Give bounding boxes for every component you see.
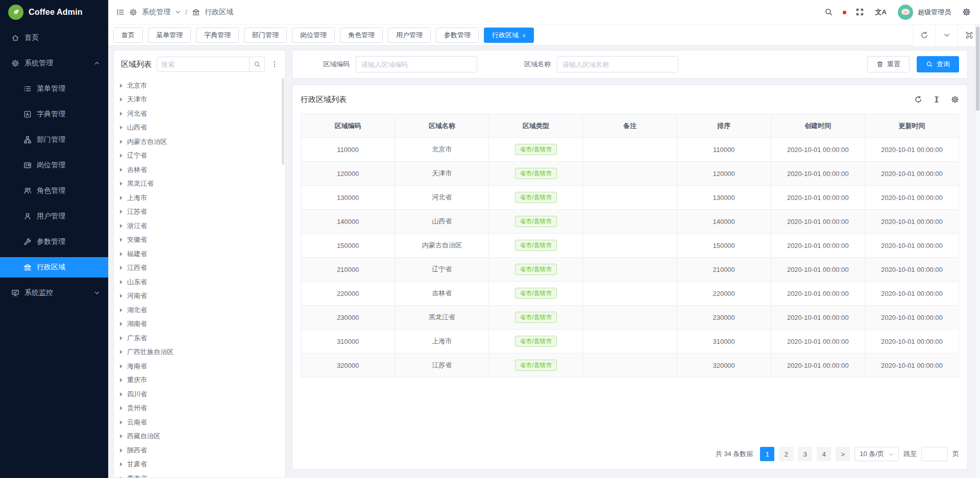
caret-right-icon[interactable] bbox=[120, 350, 122, 354]
region-name-input[interactable] bbox=[557, 56, 678, 72]
tree-item[interactable]: 内蒙古自治区 bbox=[120, 135, 285, 149]
refresh-icon[interactable] bbox=[913, 24, 935, 46]
caret-right-icon[interactable] bbox=[120, 196, 122, 200]
tab-home[interactable]: 首页 bbox=[113, 28, 143, 43]
table-row[interactable]: 140000 山西省 省市/直辖市 140000 2020-10-01 00:0… bbox=[301, 210, 959, 234]
tree-item[interactable]: 云南省 bbox=[120, 415, 285, 430]
caret-right-icon[interactable] bbox=[120, 406, 122, 410]
caret-right-icon[interactable] bbox=[120, 336, 122, 340]
caret-right-icon[interactable] bbox=[120, 182, 122, 186]
table-row[interactable]: 150000 内蒙古自治区 省市/直辖市 150000 2020-10-01 0… bbox=[301, 234, 959, 258]
tree-item[interactable]: 重庆市 bbox=[120, 373, 285, 388]
caret-right-icon[interactable] bbox=[120, 294, 122, 298]
table-row[interactable]: 230000 黑龙江省 省市/直辖市 230000 2020-10-01 00:… bbox=[301, 306, 959, 330]
tree-scrollbar-thumb[interactable] bbox=[282, 78, 284, 165]
caret-right-icon[interactable] bbox=[120, 112, 122, 116]
tab-menu-mgmt[interactable]: 菜单管理 bbox=[148, 28, 191, 43]
table-row[interactable]: 320000 江苏省 省市/直辖市 320000 2020-10-01 00:0… bbox=[301, 354, 959, 378]
caret-right-icon[interactable] bbox=[120, 280, 122, 284]
caret-right-icon[interactable] bbox=[120, 462, 122, 466]
tree-item[interactable]: 北京市 bbox=[120, 79, 285, 93]
tree-item[interactable]: 河北省 bbox=[120, 107, 285, 121]
tree-item[interactable]: 陕西省 bbox=[120, 443, 285, 458]
tree-item[interactable]: 福建省 bbox=[120, 247, 285, 261]
page-button-3[interactable]: 3 bbox=[798, 447, 812, 461]
sidebar-group-monitor[interactable]: 系统监控 bbox=[0, 283, 108, 303]
tree-item[interactable]: 广西壮族自治区 bbox=[120, 345, 285, 360]
caret-right-icon[interactable] bbox=[120, 308, 122, 312]
table-row[interactable]: 310000 上海市 省市/直辖市 310000 2020-10-01 00:0… bbox=[301, 330, 959, 354]
column-settings-gear-icon[interactable] bbox=[951, 95, 959, 104]
tree-item[interactable]: 湖北省 bbox=[120, 303, 285, 317]
tree-search-input[interactable] bbox=[157, 57, 249, 71]
user-menu[interactable]: 超级管理员 bbox=[898, 5, 951, 20]
sidebar-item-region[interactable]: 行政区域 bbox=[0, 257, 108, 278]
tree-item[interactable]: 西藏自治区 bbox=[120, 430, 285, 444]
caret-right-icon[interactable] bbox=[120, 378, 122, 382]
tree-item[interactable]: 天津市 bbox=[120, 93, 285, 107]
fullscreen-icon[interactable] bbox=[855, 8, 864, 16]
chevron-down-icon[interactable] bbox=[935, 24, 958, 46]
page-button-2[interactable]: 2 bbox=[779, 447, 793, 461]
tree-item[interactable]: 辽宁省 bbox=[120, 149, 285, 163]
search-button[interactable]: 查询 bbox=[917, 56, 959, 72]
sidebar-item-role-mgmt[interactable]: 角色管理 bbox=[0, 181, 108, 201]
table-row[interactable]: 130000 河北省 省市/直辖市 130000 2020-10-01 00:0… bbox=[301, 186, 959, 210]
more-options-icon[interactable] bbox=[270, 61, 279, 68]
breadcrumb-group[interactable]: 系统管理 bbox=[142, 8, 170, 17]
jump-page-input[interactable] bbox=[921, 447, 948, 461]
tab-post-mgmt[interactable]: 岗位管理 bbox=[292, 28, 335, 43]
tab-dept-mgmt[interactable]: 部门管理 bbox=[244, 28, 287, 43]
page-size-select[interactable]: 10 条/页 bbox=[854, 447, 899, 461]
tree-item[interactable]: 江苏省 bbox=[120, 205, 285, 219]
next-page-button[interactable]: > bbox=[836, 447, 850, 461]
caret-right-icon[interactable] bbox=[120, 364, 122, 368]
tree-item[interactable]: 上海市 bbox=[120, 191, 285, 205]
page-scrollbar[interactable] bbox=[975, 24, 980, 478]
sidebar-item-menu-mgmt[interactable]: 菜单管理 bbox=[0, 79, 108, 99]
tab-role-mgmt[interactable]: 角色管理 bbox=[340, 28, 383, 43]
tree-item[interactable]: 四川省 bbox=[120, 387, 285, 401]
tree-item[interactable]: 青海省 bbox=[120, 471, 285, 477]
menu-fold-icon[interactable] bbox=[116, 8, 125, 16]
tree-item[interactable]: 山东省 bbox=[120, 275, 285, 289]
caret-right-icon[interactable] bbox=[120, 434, 122, 438]
tree-item[interactable]: 吉林省 bbox=[120, 163, 285, 177]
tree-search-icon[interactable] bbox=[249, 57, 264, 71]
reset-button[interactable]: 重置 bbox=[867, 56, 910, 72]
tree-item[interactable]: 山西省 bbox=[120, 121, 285, 135]
caret-right-icon[interactable] bbox=[120, 84, 122, 88]
page-button-1[interactable]: 1 bbox=[760, 447, 774, 461]
caret-right-icon[interactable] bbox=[120, 448, 122, 452]
caret-right-icon[interactable] bbox=[120, 125, 122, 130]
sidebar-item-post-mgmt[interactable]: 岗位管理 bbox=[0, 155, 108, 175]
caret-right-icon[interactable] bbox=[120, 476, 122, 477]
search-icon[interactable] bbox=[824, 8, 833, 16]
tree-item[interactable]: 黑龙江省 bbox=[120, 177, 285, 191]
table-row[interactable]: 110000 北京市 省市/直辖市 110000 2020-10-01 00:0… bbox=[301, 138, 959, 162]
caret-right-icon[interactable] bbox=[120, 210, 122, 214]
caret-right-icon[interactable] bbox=[120, 266, 122, 270]
scrollbar-thumb[interactable] bbox=[976, 27, 979, 111]
tree-item[interactable]: 贵州省 bbox=[120, 401, 285, 416]
tab-param-mgmt[interactable]: 参数管理 bbox=[436, 28, 479, 43]
table-row[interactable]: 210000 辽宁省 省市/直辖市 210000 2020-10-01 00:0… bbox=[301, 258, 959, 282]
tree-item[interactable]: 河南省 bbox=[120, 289, 285, 304]
sidebar-item-home[interactable]: 首页 bbox=[0, 28, 108, 48]
tab-user-mgmt[interactable]: 用户管理 bbox=[388, 28, 431, 43]
caret-right-icon[interactable] bbox=[120, 168, 122, 172]
caret-right-icon[interactable] bbox=[120, 322, 122, 326]
caret-right-icon[interactable] bbox=[120, 238, 122, 242]
tree-item[interactable]: 广东省 bbox=[120, 331, 285, 345]
refresh-icon[interactable] bbox=[914, 95, 922, 104]
row-density-icon[interactable] bbox=[933, 95, 941, 104]
caret-right-icon[interactable] bbox=[120, 224, 122, 228]
settings-gear-icon[interactable] bbox=[962, 8, 971, 16]
tree-item[interactable]: 安徽省 bbox=[120, 233, 285, 247]
caret-right-icon[interactable] bbox=[120, 420, 122, 424]
caret-right-icon[interactable] bbox=[120, 252, 122, 256]
tree-item[interactable]: 甘肃省 bbox=[120, 458, 285, 472]
close-tab-icon[interactable]: x bbox=[523, 32, 526, 38]
sidebar-item-dept-mgmt[interactable]: 部门管理 bbox=[0, 130, 108, 150]
caret-right-icon[interactable] bbox=[120, 140, 122, 144]
